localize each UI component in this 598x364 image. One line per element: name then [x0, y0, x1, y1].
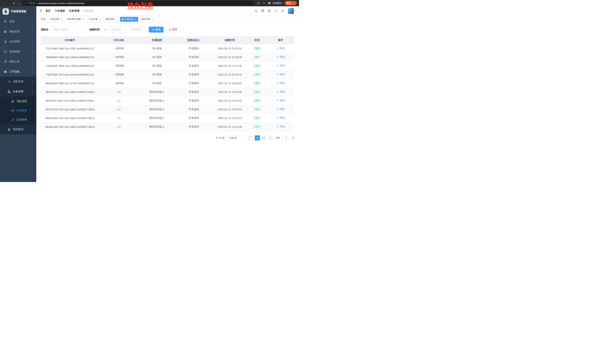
user-menu[interactable]: ▾: [288, 8, 296, 14]
tab-label: 流程详情: [141, 18, 150, 21]
tab-item[interactable]: 首页: [39, 17, 47, 22]
initiator-cell: 芋道源码: [175, 61, 212, 70]
approve-button[interactable]: 审批: [276, 55, 285, 59]
tab-close-icon[interactable]: ×: [116, 18, 117, 20]
home-icon[interactable]: ⌂: [18, 2, 20, 5]
tab-label: 流程表单-编辑: [67, 18, 81, 21]
password-key-icon[interactable]: [257, 2, 260, 5]
sidebar-item-my-process[interactable]: 我的流程: [0, 97, 36, 106]
prev-page-button[interactable]: ‹: [248, 135, 253, 140]
breadcrumb-separator: /: [67, 9, 67, 12]
date-range-picker[interactable]: 开始日期 - 结束日期: [102, 27, 145, 32]
status-badge: 激活: [253, 116, 261, 120]
process-cell: OA 请假: [138, 70, 175, 79]
sidebar-item-home[interactable]: 首页: [0, 17, 36, 27]
status-cell: 激活: [248, 105, 267, 114]
reload-icon[interactable]: ↻: [13, 2, 15, 5]
approve-button[interactable]: 审批: [276, 90, 285, 94]
reset-button[interactable]: 重置: [166, 27, 180, 32]
back-icon[interactable]: ←: [2, 2, 5, 5]
tab-item[interactable]: 流程表单-编辑×: [65, 17, 86, 22]
sidebar-item-payment[interactable]: 支付管理 ∨: [0, 37, 36, 47]
github-icon[interactable]: [261, 9, 264, 13]
logo-area[interactable]: 芋道管理系统: [0, 6, 36, 17]
created-time-cell: 2022-01-22 21:48:48: [212, 53, 248, 61]
approve-button[interactable]: 审批: [276, 125, 285, 128]
tab-item[interactable]: 发起流程×: [49, 17, 64, 22]
chrome-right-cluster: ☆ 无痕模式 更新 ⋮: [257, 1, 297, 5]
font-size-icon[interactable]: [281, 9, 284, 13]
approve-button[interactable]: 审批: [276, 73, 285, 76]
approve-button[interactable]: 审批: [276, 64, 285, 67]
table-header-row: 任务编号 任务名称 所属流程 流程发起人 创建时间 状态 操作: [41, 36, 295, 44]
browser-menu-icon[interactable]: ⋮: [292, 2, 295, 5]
update-button[interactable]: 更新 ⋮: [284, 1, 297, 5]
sidebar-item-done-tasks[interactable]: 已办任务: [0, 115, 36, 124]
bookmark-star-icon[interactable]: ☆: [263, 1, 265, 5]
chevron-down-icon: ∨: [32, 31, 33, 33]
tab-close-icon[interactable]: ×: [135, 18, 136, 20]
sidebar-item-task-management[interactable]: 任务管理 ∧: [0, 87, 36, 97]
sidebar-item-workflow[interactable]: 工作流程 ∧: [0, 67, 36, 77]
task-row: 8f0d1619-7ac8-11ec-a9e2-a2380e71991a1.2测…: [41, 88, 295, 96]
action-cell: 审批: [266, 79, 295, 88]
status-cell: 激活: [248, 79, 267, 88]
action-cell: 审批: [266, 53, 295, 61]
task-id-cell: 580e1b3d-7ac8-11ec-a9e2-a2380e71991a: [41, 114, 99, 122]
process-name-input[interactable]: [51, 27, 84, 32]
share-nodes-icon: [11, 118, 15, 121]
page-button[interactable]: 1: [255, 135, 260, 140]
sidebar-item-devtools[interactable]: 研发工具 ∨: [0, 57, 36, 67]
next-page-button[interactable]: ›: [268, 135, 274, 140]
rabbit-logo-icon: [4, 9, 8, 14]
person-icon: [8, 128, 11, 131]
sidebar-item-system[interactable]: 系统管理 ∨: [0, 27, 36, 37]
chevron-down-icon: ∨: [32, 51, 33, 53]
page-button[interactable]: 2: [261, 135, 266, 140]
sidebar-item-leave-query[interactable]: 请假查询: [0, 124, 36, 134]
breadcrumb-separator: /: [81, 9, 82, 12]
help-icon[interactable]: [268, 9, 271, 13]
omnibox-divider: [37, 2, 37, 4]
start-date-input[interactable]: 开始日期: [108, 28, 124, 31]
fullscreen-icon[interactable]: [274, 9, 278, 13]
search-button[interactable]: 搜索: [149, 27, 164, 32]
status-cell: 激活: [248, 122, 267, 131]
refresh-icon: [168, 28, 171, 31]
create-time-label: 创建时间: [89, 28, 100, 31]
tab-item[interactable]: 已办任务×: [87, 17, 102, 22]
approve-button[interactable]: 审批: [276, 81, 285, 85]
tab-item[interactable]: 待办任务×: [120, 17, 138, 22]
page-size-select[interactable]: 10条/页 ∨: [227, 135, 246, 140]
end-date-input[interactable]: 结束日期: [128, 28, 143, 31]
search-icon[interactable]: [254, 9, 258, 13]
approve-button[interactable]: 审批: [276, 116, 285, 120]
tab-item[interactable]: 我的流程×: [104, 17, 119, 22]
breadcrumb-item[interactable]: 首页: [45, 9, 50, 13]
sidebar-item-process-management[interactable]: 流程管理 ∨: [0, 77, 36, 87]
tab-close-icon[interactable]: ×: [83, 18, 84, 20]
list-icon: [8, 80, 11, 83]
tab-close-icon[interactable]: ×: [61, 18, 62, 20]
sidebar-item-todo-tasks[interactable]: 待办任务: [0, 106, 36, 115]
sidebar-item-infrastructure[interactable]: 基础设施 ∨: [0, 47, 36, 57]
tab-close-icon[interactable]: ×: [99, 18, 100, 20]
approve-label: 审批: [280, 73, 285, 76]
forward-icon[interactable]: →: [8, 2, 10, 5]
main-area: ☰ 首页 / 工作流程 / 任务管理 / 待办任务 ▾: [36, 6, 299, 182]
tab-close-icon[interactable]: ×: [151, 18, 153, 20]
initiator-cell: 芋道源码: [175, 96, 212, 105]
goto-page-input[interactable]: [282, 135, 290, 140]
approve-button[interactable]: 审批: [276, 47, 285, 50]
sidebar-collapse-icon[interactable]: ☰: [39, 9, 42, 13]
tab-item[interactable]: 流程详情×: [139, 17, 155, 22]
breadcrumb: 首页 / 工作流程 / 任务管理 / 待办任务: [45, 9, 94, 13]
page-content: 流程名 创建时间 开始日期 - 结束日期 搜索 重置: [36, 23, 299, 182]
initiator-cell: 芋道源码: [175, 53, 212, 61]
breadcrumb-item[interactable]: 工作流程: [55, 9, 65, 13]
approve-button[interactable]: 审批: [276, 108, 285, 111]
approve-button[interactable]: 审批: [276, 99, 285, 102]
avatar[interactable]: [288, 8, 294, 14]
warning-icon: ⚠: [25, 2, 27, 4]
breadcrumb-item[interactable]: 任务管理: [69, 9, 79, 13]
